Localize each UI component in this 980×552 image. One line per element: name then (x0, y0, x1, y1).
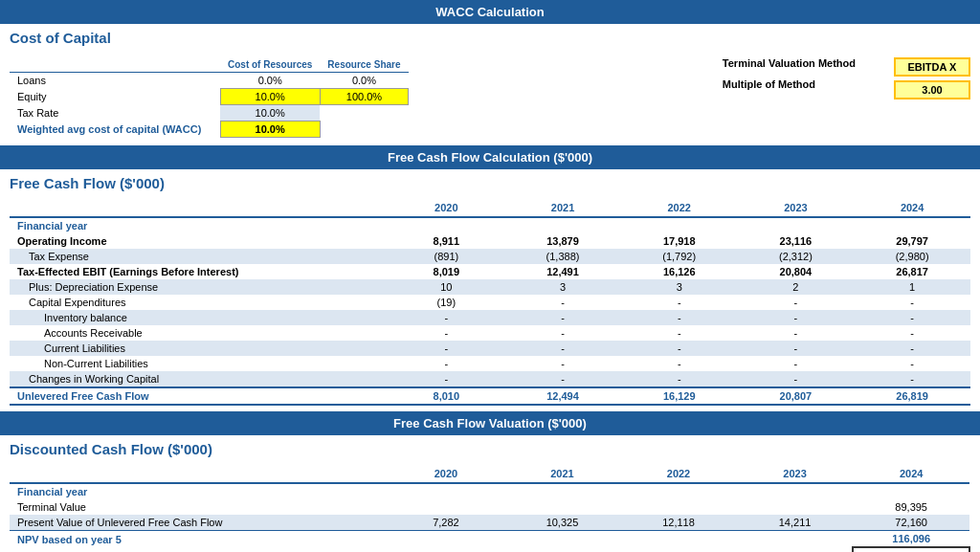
cell-value: 8,019 (389, 264, 505, 279)
fcf-table: 20202021202220232024 Financial yearOpera… (10, 199, 970, 406)
row-label: Unlevered Free Cash Flow (10, 387, 389, 405)
cell-value: (19) (389, 295, 505, 310)
cell-value: 12,494 (504, 387, 621, 405)
cell-value: - (738, 325, 855, 341)
wacc-right-panel: Terminal Valuation Method Multiple of Me… (723, 57, 970, 99)
wacc-col2-header: Resource Share (320, 57, 408, 73)
wacc-label-header (10, 57, 220, 73)
dcf-container: 20202021202220232024 Financial yearTermi… (0, 461, 980, 552)
wacc-row: Tax Rate10.0% (10, 105, 409, 121)
cell-value: - (504, 295, 621, 310)
year-header: 2022 (621, 199, 738, 217)
terminal-method-value[interactable]: EBITDA X (894, 57, 970, 77)
dcf-cell-value (737, 483, 854, 499)
cell-value: - (854, 341, 970, 356)
dcf-cell-value (737, 499, 854, 515)
row-label: Operating Income (10, 233, 389, 249)
row-label: Changes in Working Capital (10, 371, 389, 387)
dcf-cell-value: 72,160 (853, 515, 969, 531)
cell-value: 16,126 (621, 264, 738, 279)
year-header: 2021 (504, 199, 621, 217)
row-label: Current Liabilities (10, 341, 389, 356)
cell-value (504, 217, 621, 233)
cell-value: 8,911 (389, 233, 505, 249)
dcf-header: Free Cash Flow Valuation ($'000) (0, 411, 980, 435)
wacc-cost-value[interactable]: 10.0% (220, 121, 320, 138)
wacc-row-label: Loans (10, 73, 220, 89)
wacc-cost-value[interactable]: 10.0% (220, 105, 320, 121)
multiple-method-value[interactable]: 3.00 (894, 80, 970, 99)
dcf-cell-value: 7x (853, 547, 969, 552)
table-row: Current Liabilities----- (10, 341, 970, 356)
cell-value: - (738, 295, 855, 310)
dcf-cell-value (388, 483, 504, 499)
cell-value: - (621, 325, 738, 341)
dcf-table-row: Financial year (10, 483, 969, 499)
multiple-method-label: Multiple of Method (723, 78, 856, 90)
dcf-cell-value (388, 499, 504, 515)
cell-value: - (738, 356, 855, 371)
table-row: Inventory balance----- (10, 310, 970, 325)
cell-value: (891) (389, 249, 505, 264)
row-label: Plus: Depreciation Expense (10, 279, 389, 295)
wacc-share-value[interactable]: 0.0% (320, 73, 408, 89)
wacc-share-value[interactable]: 100.0% (320, 89, 408, 105)
dcf-cell-value: 10,325 (504, 515, 621, 531)
row-label: Non-Current Liabilities (10, 356, 389, 371)
cell-value: - (504, 341, 621, 356)
table-row: Non-Current Liabilities----- (10, 356, 970, 371)
wacc-cost-value[interactable]: 0.0% (220, 73, 320, 89)
cell-value: - (504, 310, 621, 325)
wacc-left-panel: Cost of Resources Resource Share Loans0.… (10, 54, 646, 138)
dcf-cell-value: 89,395 (853, 499, 969, 515)
wacc-row-label: Weighted avg cost of capital (WACC) (10, 121, 220, 138)
wacc-header: WACC Calculation (0, 0, 980, 24)
table-row: Tax-Effected EBIT (Earnings Before Inter… (10, 264, 970, 279)
cell-value: 23,116 (738, 233, 855, 249)
dcf-cell-value: 14,211 (737, 515, 854, 531)
dcf-row-label: Financial year (10, 483, 388, 499)
terminal-method-label: Terminal Valuation Method (723, 57, 856, 69)
cell-value: (2,980) (854, 249, 970, 264)
dcf-cell-value: 12,118 (620, 515, 737, 531)
wacc-share-value[interactable] (320, 105, 408, 121)
cell-value (389, 217, 505, 233)
cell-value: 3 (504, 279, 621, 295)
cell-value: 20,804 (738, 264, 855, 279)
dcf-cell-value (388, 547, 504, 552)
dcf-row-label: NPV based on year 5 (10, 531, 388, 548)
cell-value: - (504, 356, 621, 371)
cell-value: - (389, 371, 505, 387)
dcf-cell-value: 116,096 (853, 531, 969, 548)
cell-value: (1,792) (621, 249, 738, 264)
cell-value: (2,312) (738, 249, 855, 264)
cell-value: 16,129 (621, 387, 738, 405)
wacc-share-value[interactable] (320, 121, 408, 138)
cell-value: 26,819 (854, 387, 970, 405)
cell-value: - (621, 295, 738, 310)
cell-value (854, 217, 970, 233)
row-label: Tax Expense (10, 249, 389, 264)
cell-value: 29,797 (854, 233, 970, 249)
dcf-table: 20202021202220232024 Financial yearTermi… (10, 465, 970, 552)
year-header: 2024 (854, 199, 970, 217)
dcf-year-header: 2023 (737, 465, 854, 483)
dcf-row-label: Multiplicator evaluation (10, 547, 388, 552)
table-row: Unlevered Free Cash Flow8,01012,49416,12… (10, 387, 970, 405)
cell-value: - (389, 341, 505, 356)
cell-value: - (854, 371, 970, 387)
cell-value: - (389, 356, 505, 371)
row-label: Inventory balance (10, 310, 389, 325)
wacc-row: Weighted avg cost of capital (WACC)10.0% (10, 121, 409, 138)
wacc-row-label: Equity (10, 89, 220, 105)
row-label: Capital Expenditures (10, 295, 389, 310)
wacc-col1-header: Cost of Resources (220, 57, 320, 73)
dcf-cell-value (620, 483, 737, 499)
cell-value: - (854, 295, 970, 310)
cell-value: 17,918 (621, 233, 738, 249)
year-label-header (10, 199, 389, 217)
wacc-cost-value[interactable]: 10.0% (220, 89, 320, 105)
cell-value: 2 (738, 279, 855, 295)
cell-value: 13,879 (504, 233, 621, 249)
wacc-row-label: Tax Rate (10, 105, 220, 121)
